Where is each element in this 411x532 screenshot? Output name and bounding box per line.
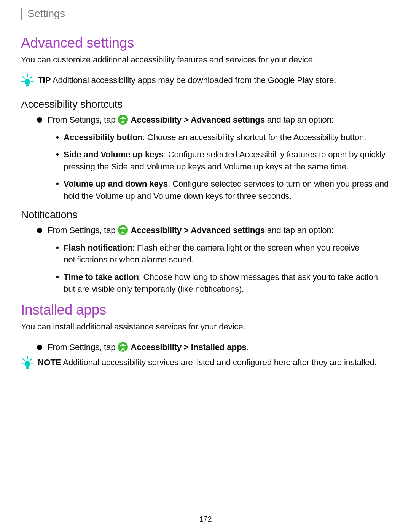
accessibility-icon (118, 225, 128, 235)
list-item: Flash notification: Flash either the cam… (56, 242, 390, 266)
list-item: Side and Volume up keys: Configure selec… (56, 149, 390, 173)
options-list-notifications: Flash notification: Flash either the cam… (56, 242, 390, 295)
step-marker-icon (36, 227, 43, 234)
heading-advanced-settings: Advanced settings (21, 35, 390, 51)
lightbulb-icon (21, 356, 34, 371)
list-item: Time to take action: Choose how long to … (56, 271, 390, 295)
installed-apps-intro: You can install additional assistance se… (21, 321, 390, 332)
step-text: From Settings, tap Accessibility > Advan… (48, 114, 390, 126)
tip-label: TIP (38, 75, 51, 85)
accessibility-icon (118, 115, 128, 125)
tip-callout: TIP Additional accessibility apps may be… (21, 75, 390, 88)
accessibility-icon (118, 342, 128, 352)
breadcrumb: Settings (27, 8, 65, 19)
step-text: From Settings, tap Accessibility > Advan… (48, 225, 390, 236)
list-item: Volume up and down keys: Configure selec… (56, 178, 390, 202)
breadcrumb-bar: Settings (21, 8, 390, 20)
heading-installed-apps: Installed apps (21, 302, 390, 318)
step-text: From Settings, tap Accessibility > Insta… (48, 342, 390, 353)
note-text: NOTE Additional accessibility services a… (38, 357, 390, 368)
step-marker-icon (36, 344, 43, 351)
lightbulb-icon (21, 74, 34, 88)
heading-accessibility-shortcuts: Accessibility shortcuts (21, 98, 390, 110)
list-item: Accessibility button: Choose an accessib… (56, 131, 390, 144)
step-marker-icon (36, 117, 43, 123)
page-number: 172 (0, 515, 411, 524)
note-callout: NOTE Additional accessibility services a… (21, 357, 390, 371)
heading-notifications: Notifications (21, 209, 390, 221)
document-page: Settings Advanced settings You can custo… (0, 0, 411, 532)
step-installed-apps: From Settings, tap Accessibility > Insta… (36, 342, 390, 353)
step-accessibility-shortcuts: From Settings, tap Accessibility > Advan… (36, 114, 390, 126)
note-label: NOTE (38, 358, 61, 367)
advanced-settings-intro: You can customize additional accessibili… (21, 54, 390, 66)
step-notifications: From Settings, tap Accessibility > Advan… (36, 225, 390, 236)
options-list-shortcuts: Accessibility button: Choose an accessib… (56, 131, 390, 202)
tip-text: TIP Additional accessibility apps may be… (38, 75, 390, 86)
